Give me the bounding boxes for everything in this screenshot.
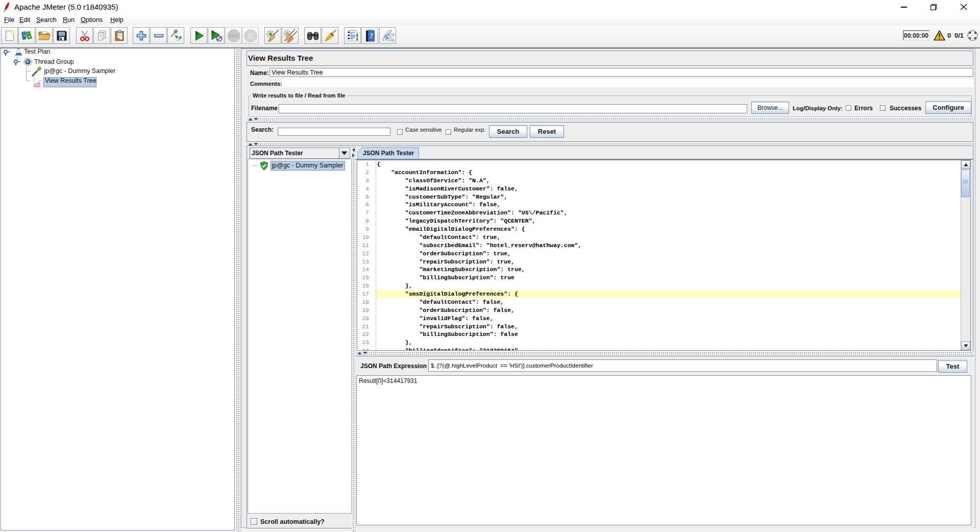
svg-text:STOP: STOP [229,34,238,37]
svg-text:?: ? [370,32,373,40]
